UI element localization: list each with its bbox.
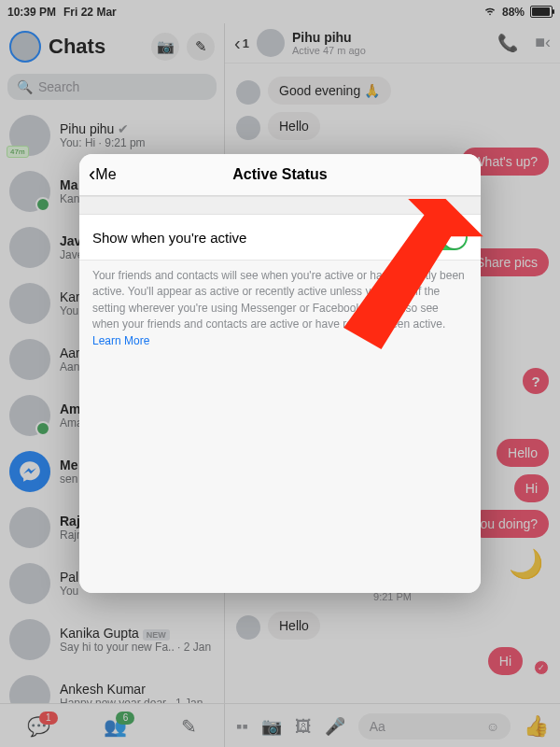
active-status-modal: ‹Me Active Status Show when you're activ… [79,154,481,593]
modal-title: Active Status [79,166,481,183]
active-toggle-row[interactable]: Show when you're active [79,215,481,261]
learn-more-link[interactable]: Learn More [92,334,149,347]
chevron-left-icon: ‹ [89,162,95,187]
modal-overlay[interactable]: ‹Me Active Status Show when you're activ… [0,0,560,747]
setting-description: Your friends and contacts will see when … [79,261,481,357]
app-root: 10:39 PM Fri 22 Mar 88% Chats 📷 ✎ 🔍 Sear… [0,0,560,747]
toggle-label: Show when you're active [92,230,246,246]
modal-back-button[interactable]: ‹Me [79,162,126,187]
active-status-toggle[interactable] [423,224,468,250]
